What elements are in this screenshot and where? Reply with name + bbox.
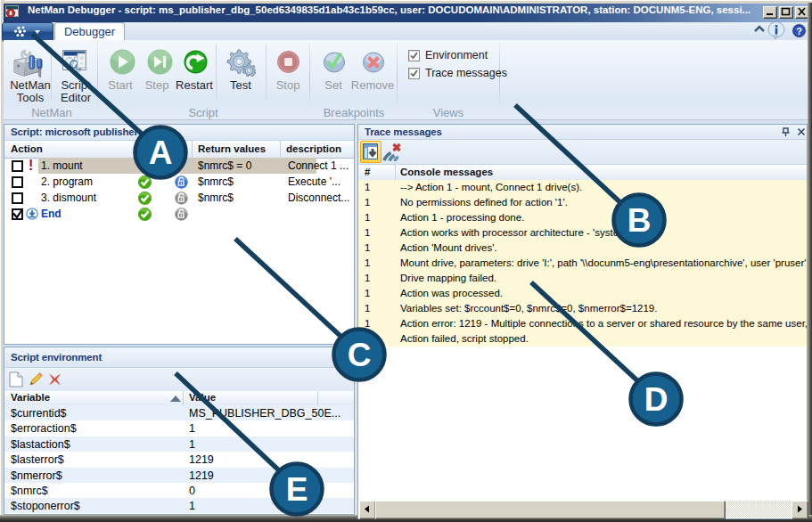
- svg-text:?: ?: [796, 26, 802, 37]
